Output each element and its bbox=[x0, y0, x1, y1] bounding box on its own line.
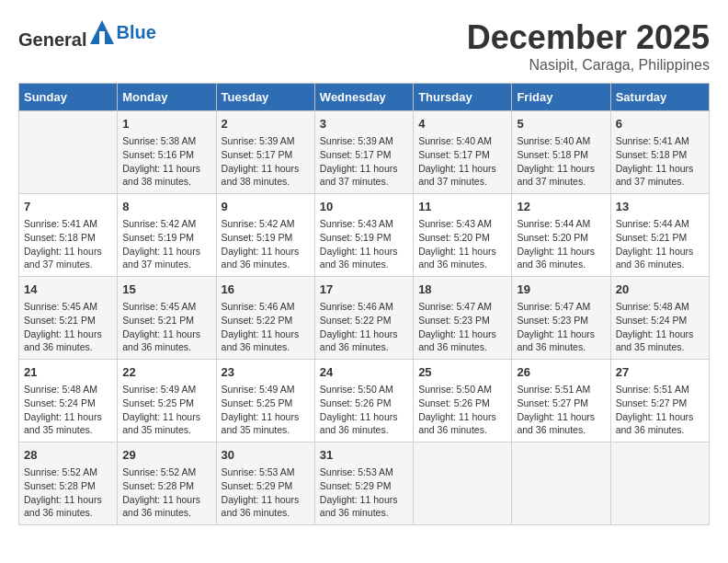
day-number: 11 bbox=[418, 199, 506, 215]
calendar-cell: 12Sunrise: 5:44 AM Sunset: 5:20 PM Dayli… bbox=[512, 194, 610, 277]
weekday-header-thursday: Thursday bbox=[414, 84, 512, 111]
day-number: 4 bbox=[418, 116, 506, 132]
calendar-cell: 22Sunrise: 5:49 AM Sunset: 5:25 PM Dayli… bbox=[118, 360, 216, 442]
weekday-header-saturday: Saturday bbox=[610, 84, 709, 111]
calendar-cell: 17Sunrise: 5:46 AM Sunset: 5:22 PM Dayli… bbox=[314, 277, 413, 360]
logo-text-general: General bbox=[18, 29, 86, 50]
day-number: 16 bbox=[222, 282, 310, 298]
day-number: 22 bbox=[122, 364, 210, 381]
logo: General Blue bbox=[18, 18, 156, 51]
calendar-cell: 4Sunrise: 5:40 AM Sunset: 5:17 PM Daylig… bbox=[414, 111, 512, 194]
day-number: 28 bbox=[24, 447, 112, 464]
cell-info: Sunrise: 5:48 AM Sunset: 5:24 PM Dayligh… bbox=[24, 383, 112, 437]
calendar-cell: 27Sunrise: 5:51 AM Sunset: 5:27 PM Dayli… bbox=[610, 360, 709, 442]
calendar-cell: 13Sunrise: 5:44 AM Sunset: 5:21 PM Dayli… bbox=[610, 194, 709, 277]
day-number: 20 bbox=[616, 282, 704, 298]
page-header: General Blue December 2025 Nasipit, Cara… bbox=[18, 18, 710, 74]
calendar-cell: 23Sunrise: 5:49 AM Sunset: 5:25 PM Dayli… bbox=[216, 360, 314, 442]
cell-info: Sunrise: 5:51 AM Sunset: 5:27 PM Dayligh… bbox=[616, 383, 704, 437]
cell-info: Sunrise: 5:42 AM Sunset: 5:19 PM Dayligh… bbox=[122, 217, 210, 271]
cell-info: Sunrise: 5:41 AM Sunset: 5:18 PM Dayligh… bbox=[24, 217, 112, 271]
calendar-cell: 7Sunrise: 5:41 AM Sunset: 5:18 PM Daylig… bbox=[19, 194, 118, 277]
calendar-cell: 19Sunrise: 5:47 AM Sunset: 5:23 PM Dayli… bbox=[512, 277, 610, 360]
day-number: 8 bbox=[122, 199, 210, 215]
calendar-cell: 15Sunrise: 5:45 AM Sunset: 5:21 PM Dayli… bbox=[118, 277, 216, 360]
calendar-cell: 29Sunrise: 5:52 AM Sunset: 5:28 PM Dayli… bbox=[118, 442, 216, 525]
month-title: December 2025 bbox=[467, 18, 710, 57]
day-number: 29 bbox=[122, 447, 210, 464]
cell-info: Sunrise: 5:46 AM Sunset: 5:22 PM Dayligh… bbox=[320, 300, 408, 354]
calendar-cell: 14Sunrise: 5:45 AM Sunset: 5:21 PM Dayli… bbox=[19, 277, 118, 360]
calendar-table: SundayMondayTuesdayWednesdayThursdayFrid… bbox=[18, 83, 710, 525]
cell-info: Sunrise: 5:39 AM Sunset: 5:17 PM Dayligh… bbox=[222, 134, 310, 189]
day-number: 19 bbox=[517, 282, 605, 298]
day-number: 6 bbox=[616, 116, 704, 132]
cell-info: Sunrise: 5:44 AM Sunset: 5:21 PM Dayligh… bbox=[616, 217, 704, 271]
logo-icon bbox=[88, 18, 116, 46]
cell-info: Sunrise: 5:40 AM Sunset: 5:17 PM Dayligh… bbox=[418, 134, 506, 189]
cell-info: Sunrise: 5:44 AM Sunset: 5:20 PM Dayligh… bbox=[517, 217, 605, 271]
day-number: 10 bbox=[320, 199, 408, 215]
cell-info: Sunrise: 5:38 AM Sunset: 5:16 PM Dayligh… bbox=[122, 134, 210, 189]
cell-info: Sunrise: 5:43 AM Sunset: 5:19 PM Dayligh… bbox=[320, 217, 408, 271]
day-number: 12 bbox=[517, 199, 605, 215]
week-row-2: 7Sunrise: 5:41 AM Sunset: 5:18 PM Daylig… bbox=[19, 194, 710, 277]
weekday-header-tuesday: Tuesday bbox=[216, 84, 314, 111]
day-number: 15 bbox=[122, 282, 210, 298]
day-number: 26 bbox=[517, 364, 605, 381]
calendar-cell: 8Sunrise: 5:42 AM Sunset: 5:19 PM Daylig… bbox=[118, 194, 216, 277]
cell-info: Sunrise: 5:49 AM Sunset: 5:25 PM Dayligh… bbox=[222, 383, 310, 437]
cell-info: Sunrise: 5:52 AM Sunset: 5:28 PM Dayligh… bbox=[24, 465, 112, 520]
weekday-header-monday: Monday bbox=[118, 84, 216, 111]
calendar-cell: 6Sunrise: 5:41 AM Sunset: 5:18 PM Daylig… bbox=[610, 111, 709, 194]
cell-info: Sunrise: 5:50 AM Sunset: 5:26 PM Dayligh… bbox=[418, 383, 506, 437]
day-number: 18 bbox=[418, 282, 506, 298]
cell-info: Sunrise: 5:52 AM Sunset: 5:28 PM Dayligh… bbox=[122, 465, 210, 520]
calendar-cell: 28Sunrise: 5:52 AM Sunset: 5:28 PM Dayli… bbox=[19, 442, 118, 525]
cell-info: Sunrise: 5:46 AM Sunset: 5:22 PM Dayligh… bbox=[222, 300, 310, 354]
calendar-cell: 10Sunrise: 5:43 AM Sunset: 5:19 PM Dayli… bbox=[314, 194, 413, 277]
day-number: 24 bbox=[320, 364, 408, 381]
week-row-3: 14Sunrise: 5:45 AM Sunset: 5:21 PM Dayli… bbox=[19, 277, 710, 360]
week-row-5: 28Sunrise: 5:52 AM Sunset: 5:28 PM Dayli… bbox=[19, 442, 710, 525]
day-number: 5 bbox=[517, 116, 605, 132]
cell-info: Sunrise: 5:47 AM Sunset: 5:23 PM Dayligh… bbox=[517, 300, 605, 354]
title-block: December 2025 Nasipit, Caraga, Philippin… bbox=[467, 18, 710, 74]
calendar-cell: 25Sunrise: 5:50 AM Sunset: 5:26 PM Dayli… bbox=[414, 360, 512, 442]
calendar-cell: 16Sunrise: 5:46 AM Sunset: 5:22 PM Dayli… bbox=[216, 277, 314, 360]
day-number: 31 bbox=[320, 447, 408, 464]
day-number: 17 bbox=[320, 282, 408, 298]
weekday-header-row: SundayMondayTuesdayWednesdayThursdayFrid… bbox=[19, 84, 710, 111]
week-row-4: 21Sunrise: 5:48 AM Sunset: 5:24 PM Dayli… bbox=[19, 360, 710, 442]
cell-info: Sunrise: 5:40 AM Sunset: 5:18 PM Dayligh… bbox=[517, 134, 605, 189]
weekday-header-friday: Friday bbox=[512, 84, 610, 111]
svg-rect-1 bbox=[99, 31, 105, 44]
day-number: 3 bbox=[320, 116, 408, 132]
day-number: 27 bbox=[616, 364, 704, 381]
calendar-cell: 30Sunrise: 5:53 AM Sunset: 5:29 PM Dayli… bbox=[216, 442, 314, 525]
cell-info: Sunrise: 5:53 AM Sunset: 5:29 PM Dayligh… bbox=[222, 465, 310, 520]
cell-info: Sunrise: 5:39 AM Sunset: 5:17 PM Dayligh… bbox=[320, 134, 408, 189]
weekday-header-wednesday: Wednesday bbox=[314, 84, 413, 111]
logo-general-text: General bbox=[18, 18, 116, 51]
calendar-cell bbox=[512, 442, 610, 525]
day-number: 14 bbox=[24, 282, 112, 298]
calendar-cell: 3Sunrise: 5:39 AM Sunset: 5:17 PM Daylig… bbox=[314, 111, 413, 194]
calendar-cell bbox=[610, 442, 709, 525]
day-number: 9 bbox=[222, 199, 310, 215]
cell-info: Sunrise: 5:45 AM Sunset: 5:21 PM Dayligh… bbox=[24, 300, 112, 354]
calendar-cell: 21Sunrise: 5:48 AM Sunset: 5:24 PM Dayli… bbox=[19, 360, 118, 442]
calendar-cell: 18Sunrise: 5:47 AM Sunset: 5:23 PM Dayli… bbox=[414, 277, 512, 360]
cell-info: Sunrise: 5:49 AM Sunset: 5:25 PM Dayligh… bbox=[122, 383, 210, 437]
calendar-cell: 31Sunrise: 5:53 AM Sunset: 5:29 PM Dayli… bbox=[314, 442, 413, 525]
location-title: Nasipit, Caraga, Philippines bbox=[467, 57, 710, 74]
logo-blue-text: Blue bbox=[116, 22, 155, 43]
cell-info: Sunrise: 5:53 AM Sunset: 5:29 PM Dayligh… bbox=[320, 465, 408, 520]
weekday-header-sunday: Sunday bbox=[19, 84, 118, 111]
day-number: 21 bbox=[24, 364, 112, 381]
cell-info: Sunrise: 5:43 AM Sunset: 5:20 PM Dayligh… bbox=[418, 217, 506, 271]
calendar-cell: 9Sunrise: 5:42 AM Sunset: 5:19 PM Daylig… bbox=[216, 194, 314, 277]
calendar-cell: 20Sunrise: 5:48 AM Sunset: 5:24 PM Dayli… bbox=[610, 277, 709, 360]
cell-info: Sunrise: 5:41 AM Sunset: 5:18 PM Dayligh… bbox=[616, 134, 704, 189]
cell-info: Sunrise: 5:51 AM Sunset: 5:27 PM Dayligh… bbox=[517, 383, 605, 437]
